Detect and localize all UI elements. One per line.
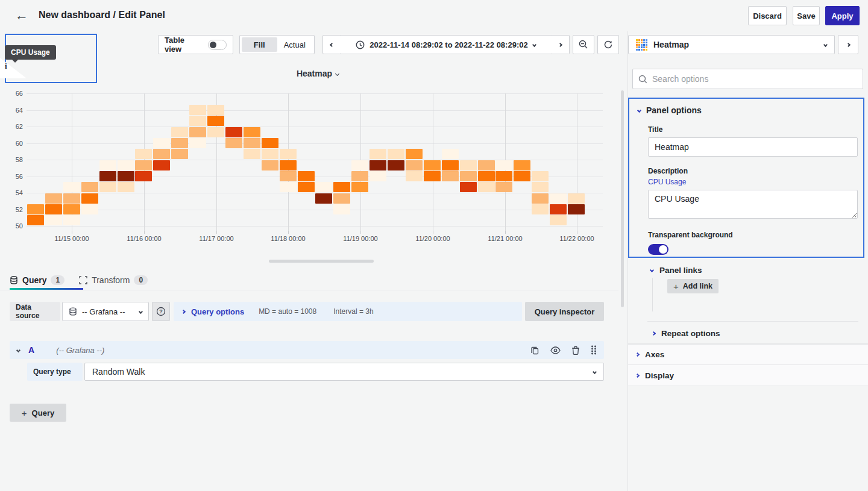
add-query-button[interactable]: + Query [10, 404, 66, 422]
heatmap-cell [153, 138, 170, 148]
heatmap-cell [81, 204, 98, 214]
heatmap-cell [280, 182, 297, 192]
heatmap-cell [478, 160, 495, 170]
query-options-label: Query options [191, 307, 244, 316]
heatmap-cell [262, 160, 278, 170]
x-tick-label: 11/15 00:00 [48, 235, 96, 242]
heatmap-cell [244, 127, 260, 137]
time-back-button[interactable] [322, 35, 341, 54]
heatmap-cell [514, 171, 530, 181]
heatmap-cell [333, 193, 350, 204]
heatmap-cell [135, 171, 152, 181]
heatmap-cell [550, 204, 567, 214]
max-data-points-text: MD = auto = 1008 [259, 307, 316, 316]
actual-option[interactable]: Actual [277, 37, 313, 52]
panel-options-header[interactable]: Panel options [638, 105, 855, 115]
heatmap-cell [135, 160, 152, 170]
panel-description-textarea[interactable]: CPU Usage [648, 190, 858, 219]
x-tick [144, 231, 145, 234]
tabs-divider [0, 290, 618, 290]
section-display[interactable]: Display [628, 365, 868, 386]
y-gridline [27, 93, 603, 94]
heatmap-cell [63, 204, 80, 214]
heatmap-cell [63, 215, 80, 225]
query-inspector-button[interactable]: Query inspector [525, 302, 604, 321]
heatmap-cell [153, 149, 170, 159]
query-row-actions [530, 345, 597, 355]
drag-handle-icon[interactable] [591, 345, 597, 355]
description-hint-link[interactable]: CPU Usage [648, 178, 855, 186]
time-forward-button[interactable] [552, 35, 570, 54]
y-gridline [27, 210, 603, 210]
heatmap-cell [351, 171, 368, 181]
y-gridline [27, 110, 603, 111]
horizontal-scrollbar[interactable] [269, 260, 374, 263]
heatmap-cell [280, 160, 297, 170]
section-axes[interactable]: Axes [628, 344, 868, 365]
collapse-pane-button[interactable] [838, 35, 858, 54]
x-tick [505, 231, 506, 234]
transparent-bg-label: Transparent background [648, 231, 855, 239]
query-row-header[interactable]: A (-- Grafana --) [10, 341, 604, 359]
visualization-value: Heatmap [653, 40, 818, 49]
refresh-button[interactable] [597, 35, 619, 54]
tab-transform[interactable]: Transform 0 [79, 275, 148, 285]
heatmap-cell [442, 160, 459, 170]
heatmap-cell [81, 193, 98, 204]
heatmap-cell [424, 160, 441, 170]
table-view-toggle[interactable] [208, 40, 227, 50]
options-search-box [632, 69, 863, 89]
heatmap-cell [315, 193, 332, 204]
vertical-scrollbar[interactable] [621, 90, 624, 307]
apply-button[interactable]: Apply [825, 6, 860, 25]
heatmap-cell [478, 171, 495, 181]
repeat-options-header[interactable]: Repeat options [652, 329, 868, 338]
copy-icon[interactable] [530, 346, 539, 355]
time-range-picker[interactable]: 2022-11-14 08:29:02 to 2022-11-22 08:29:… [340, 35, 552, 54]
back-arrow-icon[interactable]: ← [13, 7, 30, 24]
zoom-out-button[interactable] [573, 35, 594, 54]
datasource-label: Data source [10, 302, 60, 321]
query-type-select[interactable]: Random Walk [84, 363, 604, 381]
heatmap-cell [460, 160, 477, 170]
table-view-control: Table view [158, 35, 233, 54]
datasource-select[interactable]: -- Grafana -- [62, 302, 149, 321]
visualization-select[interactable]: Heatmap [628, 35, 835, 54]
heatmap-viz-icon [636, 39, 647, 51]
panel-links-header[interactable]: Panel links [650, 266, 868, 275]
query-type-label: Query type [27, 363, 83, 381]
heatmap-cell [262, 138, 278, 148]
tab-query[interactable]: Query 1 [10, 275, 64, 285]
info-icon[interactable]: i [5, 61, 7, 71]
heatmap-cell [189, 127, 206, 137]
x-tick-label: 11/22 00:00 [553, 235, 601, 242]
datasource-help-button[interactable]: ? [152, 302, 170, 321]
heatmap-cell [135, 149, 152, 159]
heatmap-cell [460, 171, 477, 181]
heatmap-cell [406, 149, 423, 159]
repeat-options-label: Repeat options [661, 329, 720, 338]
trash-icon[interactable] [571, 346, 580, 355]
chevron-down-icon [16, 348, 20, 352]
panel-title-menu[interactable]: Heatmap [27, 69, 609, 78]
interval-text: Interval = 3h [333, 307, 373, 316]
chevron-right-icon [846, 42, 850, 46]
time-range-text: 2022-11-14 08:29:02 to 2022-11-22 08:29:… [370, 40, 527, 49]
panel-title-input[interactable] [648, 137, 858, 157]
add-link-button[interactable]: + Add link [667, 279, 719, 293]
heatmap-chart: 66646260585654525011/15 00:0011/16 00:00… [0, 90, 618, 271]
heatmap-cell [370, 171, 386, 181]
query-options-bar[interactable]: Query options MD = auto = 1008 Interval … [174, 302, 522, 321]
save-button[interactable]: Save [793, 6, 820, 25]
discard-button[interactable]: Discard [748, 6, 787, 25]
section-divider [647, 321, 858, 322]
eye-icon[interactable] [550, 346, 561, 354]
heatmap-cell [550, 215, 567, 225]
page-title: New dashboard / Edit Panel [39, 10, 165, 20]
heatmap-cell [171, 149, 188, 159]
database-icon [69, 307, 77, 316]
options-search-input[interactable] [652, 74, 857, 84]
fill-option[interactable]: Fill [242, 37, 277, 52]
transparent-bg-toggle[interactable] [648, 244, 668, 255]
panel-links-label: Panel links [659, 266, 702, 275]
